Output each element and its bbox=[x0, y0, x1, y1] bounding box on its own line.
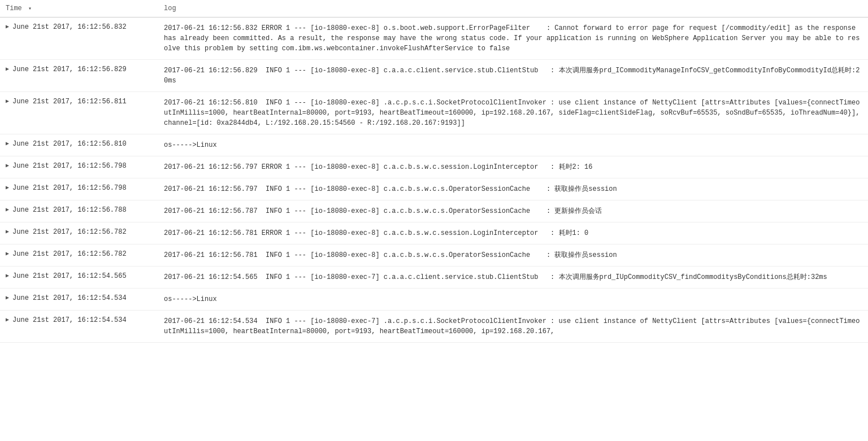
time-value: June 21st 2017, 16:12:56.811 bbox=[12, 98, 127, 106]
expand-arrow-icon[interactable]: ▶ bbox=[6, 206, 9, 213]
table-row: ▶June 21st 2017, 16:12:54.534os----->Lin… bbox=[0, 289, 868, 311]
time-cell: ▶June 21st 2017, 16:12:56.811 bbox=[0, 92, 158, 134]
log-cell: 2017-06-21 16:12:56.832 ERROR 1 --- [io-… bbox=[158, 18, 868, 60]
expand-arrow-icon[interactable]: ▶ bbox=[6, 66, 9, 72]
time-cell: ▶June 21st 2017, 16:12:56.782 bbox=[0, 222, 158, 244]
expand-arrow-icon[interactable]: ▶ bbox=[6, 162, 9, 169]
log-column-label: log bbox=[164, 5, 176, 12]
time-value: June 21st 2017, 16:12:56.798 bbox=[12, 162, 127, 170]
log-column-header: log bbox=[158, 0, 868, 18]
time-value: June 21st 2017, 16:12:56.798 bbox=[12, 184, 127, 192]
expand-arrow-icon[interactable]: ▶ bbox=[6, 316, 9, 323]
log-cell: 2017-06-21 16:12:56.797 INFO 1 --- [io-1… bbox=[158, 178, 868, 200]
expand-arrow-icon[interactable]: ▶ bbox=[6, 250, 9, 257]
table-body: ▶June 21st 2017, 16:12:56.8322017-06-21 … bbox=[0, 18, 868, 343]
time-cell: ▶June 21st 2017, 16:12:56.829 bbox=[0, 60, 158, 92]
time-value: June 21st 2017, 16:12:56.829 bbox=[12, 66, 127, 73]
time-cell: ▶June 21st 2017, 16:12:56.798 bbox=[0, 156, 158, 178]
time-cell: ▶June 21st 2017, 16:12:54.565 bbox=[0, 267, 158, 289]
expand-arrow-icon[interactable]: ▶ bbox=[6, 228, 9, 235]
table-row: ▶June 21st 2017, 16:12:54.5652017-06-21 … bbox=[0, 267, 868, 289]
log-table: Time ▾ log ▶June 21st 2017, 16:12:56.832… bbox=[0, 0, 868, 343]
log-table-container: Time ▾ log ▶June 21st 2017, 16:12:56.832… bbox=[0, 0, 868, 343]
log-cell: os----->Linux bbox=[158, 134, 868, 156]
table-row: ▶June 21st 2017, 16:12:56.8112017-06-21 … bbox=[0, 92, 868, 134]
time-column-header[interactable]: Time ▾ bbox=[0, 0, 158, 18]
log-cell: 2017-06-21 16:12:56.797 ERROR 1 --- [io-… bbox=[158, 156, 868, 178]
table-row: ▶June 21st 2017, 16:12:56.8322017-06-21 … bbox=[0, 18, 868, 60]
time-cell: ▶June 21st 2017, 16:12:54.534 bbox=[0, 311, 158, 343]
time-value: June 21st 2017, 16:12:54.565 bbox=[12, 272, 127, 280]
time-value: June 21st 2017, 16:12:56.782 bbox=[12, 228, 127, 236]
expand-arrow-icon[interactable]: ▶ bbox=[6, 140, 9, 147]
expand-arrow-icon[interactable]: ▶ bbox=[6, 23, 9, 30]
expand-arrow-icon[interactable]: ▶ bbox=[6, 272, 9, 279]
time-cell: ▶June 21st 2017, 16:12:56.798 bbox=[0, 178, 158, 200]
log-cell: 2017-06-21 16:12:56.781 INFO 1 --- [io-1… bbox=[158, 244, 868, 267]
table-row: ▶June 21st 2017, 16:12:56.8292017-06-21 … bbox=[0, 60, 868, 92]
time-column-label: Time bbox=[6, 5, 22, 12]
time-value: June 21st 2017, 16:12:56.832 bbox=[12, 23, 127, 31]
table-row: ▶June 21st 2017, 16:12:56.7982017-06-21 … bbox=[0, 156, 868, 178]
table-row: ▶June 21st 2017, 16:12:56.7822017-06-21 … bbox=[0, 222, 868, 244]
table-row: ▶June 21st 2017, 16:12:56.7982017-06-21 … bbox=[0, 178, 868, 200]
log-cell: os----->Linux bbox=[158, 289, 868, 311]
time-cell: ▶June 21st 2017, 16:12:56.832 bbox=[0, 18, 158, 60]
table-row: ▶June 21st 2017, 16:12:56.7882017-06-21 … bbox=[0, 200, 868, 222]
time-cell: ▶June 21st 2017, 16:12:54.534 bbox=[0, 289, 158, 311]
sort-icon: ▾ bbox=[28, 5, 32, 12]
expand-arrow-icon[interactable]: ▶ bbox=[6, 184, 9, 191]
table-row: ▶June 21st 2017, 16:12:56.810os----->Lin… bbox=[0, 134, 868, 156]
log-cell: 2017-06-21 16:12:56.829 INFO 1 --- [io-1… bbox=[158, 60, 868, 92]
expand-arrow-icon[interactable]: ▶ bbox=[6, 98, 9, 104]
table-row: ▶June 21st 2017, 16:12:54.5342017-06-21 … bbox=[0, 311, 868, 343]
time-value: June 21st 2017, 16:12:56.788 bbox=[12, 206, 127, 214]
log-cell: 2017-06-21 16:12:56.787 INFO 1 --- [io-1… bbox=[158, 200, 868, 222]
time-cell: ▶June 21st 2017, 16:12:56.810 bbox=[0, 134, 158, 156]
log-cell: 2017-06-21 16:12:56.810 INFO 1 --- [io-1… bbox=[158, 92, 868, 134]
time-cell: ▶June 21st 2017, 16:12:56.788 bbox=[0, 200, 158, 222]
log-cell: 2017-06-21 16:12:54.565 INFO 1 --- [io-1… bbox=[158, 267, 868, 289]
time-value: June 21st 2017, 16:12:56.810 bbox=[12, 140, 127, 148]
time-cell: ▶June 21st 2017, 16:12:56.782 bbox=[0, 244, 158, 267]
log-cell: 2017-06-21 16:12:54.534 INFO 1 --- [io-1… bbox=[158, 311, 868, 343]
time-value: June 21st 2017, 16:12:56.782 bbox=[12, 250, 127, 258]
log-cell: 2017-06-21 16:12:56.781 ERROR 1 --- [io-… bbox=[158, 222, 868, 244]
time-value: June 21st 2017, 16:12:54.534 bbox=[12, 316, 127, 324]
time-value: June 21st 2017, 16:12:54.534 bbox=[12, 294, 127, 302]
table-row: ▶June 21st 2017, 16:12:56.7822017-06-21 … bbox=[0, 244, 868, 267]
expand-arrow-icon[interactable]: ▶ bbox=[6, 294, 9, 301]
table-header-row: Time ▾ log bbox=[0, 0, 868, 18]
